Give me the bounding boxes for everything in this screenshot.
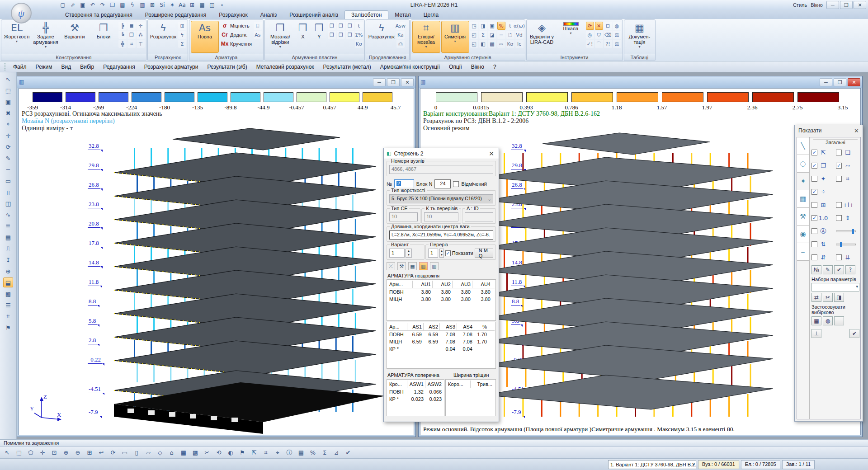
small-icon-⊟[interactable]: ⊟: [604, 22, 612, 30]
zoom-extents-icon[interactable]: ⊞: [84, 448, 95, 458]
beam-tab-icon[interactable]: ╲: [797, 137, 809, 155]
parameter-sets-combo[interactable]: [811, 283, 859, 291]
spring-icon[interactable]: ∿: [3, 210, 13, 220]
mosaic-tab-icon[interactable]: ▦: [797, 190, 809, 208]
menu-Вид[interactable]: Вид: [57, 62, 75, 71]
flag-icon[interactable]: ⚑: [3, 323, 13, 333]
select-window-icon[interactable]: ⬚: [3, 85, 13, 95]
small-icon-◪[interactable]: ◪: [488, 31, 496, 39]
style-menu[interactable]: Стиль: [793, 2, 807, 8]
pointer-icon[interactable]: ↖: [3, 74, 13, 84]
small-icon-╬[interactable]: ╬: [118, 40, 127, 48]
show-checkbox[interactable]: ✓: [445, 250, 450, 256]
menu-Редагування[interactable]: Редагування: [99, 62, 139, 71]
small-icon-◰[interactable]: ◰: [470, 31, 478, 39]
scale-button[interactable]: Шкала▾: [557, 21, 585, 53]
small-icon-%[interactable]: %: [497, 22, 505, 30]
small-icon-❒[interactable]: ❒: [346, 31, 354, 39]
view-xoz-icon[interactable]: ▭: [119, 448, 130, 458]
blank-check[interactable]: [834, 316, 844, 325]
tab-Залізобетон[interactable]: Залізобетон: [344, 10, 388, 19]
select-icon[interactable]: ↖: [2, 448, 13, 458]
small-icon-≣[interactable]: ≣: [127, 22, 136, 30]
right-building-model[interactable]: [457, 128, 800, 422]
menu-Вибір[interactable]: Вибір: [76, 62, 98, 71]
small-icon-lc[interactable]: lc: [515, 40, 524, 48]
marked-checkbox[interactable]: [453, 181, 459, 187]
triangle-icon[interactable]: ⊿: [331, 448, 342, 458]
menu-Опції[interactable]: Опції: [445, 62, 466, 71]
small-icon-⌗[interactable]: ⌗: [127, 40, 136, 48]
small-icon-Vd[interactable]: Vd: [515, 31, 524, 39]
mosaic-segments-button[interactable]: ❒Мозаїка/ відрізки▾: [266, 21, 294, 53]
small-icon-✓![interactable]: ✓!: [586, 40, 594, 48]
export-icon[interactable]: ◫: [208, 1, 216, 9]
grid-icon[interactable]: ⌗: [3, 311, 13, 321]
volume-icon[interactable]: ◫: [3, 198, 13, 208]
tab-Розрахунок[interactable]: Розрахунок: [212, 11, 254, 19]
plate-checkbox[interactable]: ✓: [836, 163, 842, 169]
symmetry-button[interactable]: ▥Симетрія▾: [441, 21, 469, 53]
small-icon-◎[interactable]: ◎: [586, 31, 594, 39]
active-variant-dropdown[interactable]: 1. Варіант 1: ДСТУ 3760-98, ДБН В.2.6-: [608, 460, 696, 469]
close-button[interactable]: ✕: [854, 1, 866, 9]
window-minimize-button[interactable]: ─: [373, 78, 386, 86]
left-canvas[interactable]: -359-314-269-224-180-135-89.8-44.9-0.457…: [19, 88, 414, 435]
hammer-tab-icon[interactable]: ⚒: [797, 207, 809, 226]
zoom-window-icon[interactable]: ⊡: [49, 448, 60, 458]
small-icon-❒[interactable]: ❒: [328, 31, 336, 39]
stiffness-type-dropdown[interactable]: 5. Брус 25 X 100 (Пілони підвалу С16/20)…: [389, 194, 493, 203]
punching-analysis-button[interactable]: ϟРозрахунок: [368, 21, 396, 53]
small-icon-Ka[interactable]: Ka: [396, 31, 405, 39]
tool-tab-icon[interactable]: ⎯: [797, 243, 809, 261]
full-reinforcement-button[interactable]: AsПовна: [191, 21, 219, 53]
render-icon[interactable]: ▩: [190, 448, 201, 458]
select-poly-icon[interactable]: ⬠: [25, 448, 36, 458]
mesh-checkbox[interactable]: [836, 176, 842, 182]
menu-Вікно[interactable]: Вікно: [467, 62, 488, 71]
app-logo[interactable]: ψ: [11, 3, 32, 24]
section-input[interactable]: 1: [428, 249, 438, 258]
net-checkbox[interactable]: [811, 202, 817, 208]
small-icon-⌒[interactable]: ⌒: [595, 40, 603, 48]
new-file-icon[interactable]: ▢: [59, 1, 67, 9]
mosaic-icon[interactable]: ▥: [430, 262, 439, 270]
diagram-icon[interactable]: ⎍: [3, 244, 13, 254]
numbering-checkbox[interactable]: [836, 202, 842, 208]
small-icon-▩[interactable]: ▩: [488, 40, 496, 48]
open-icon[interactable]: ⇗: [69, 1, 77, 9]
window-minimize-button[interactable]: ─: [820, 78, 832, 86]
info-icon[interactable]: ⓘ: [284, 448, 295, 458]
percent-icon[interactable]: %: [307, 448, 318, 458]
tab-Цегла[interactable]: Цегла: [417, 11, 445, 19]
small-icon-⏍[interactable]: ⏍: [506, 31, 514, 39]
axes-checkbox[interactable]: ✓: [811, 150, 817, 155]
left-building-model[interactable]: [87, 124, 403, 435]
cut-button[interactable]: ✂: [823, 293, 833, 302]
small-icon-▣[interactable]: ▣: [488, 22, 496, 30]
small-icon-⚖[interactable]: ⚖: [613, 31, 621, 39]
book-icon[interactable]: ▤: [118, 1, 127, 9]
small-icon-⊞[interactable]: ⊞: [178, 22, 186, 30]
result-arrows-icon[interactable]: ⤫: [387, 262, 395, 270]
small-icon-ϟ[interactable]: ϟ: [178, 31, 186, 39]
ok-button[interactable]: ✔: [849, 329, 859, 338]
additional-button[interactable]: CrДодатк.: [220, 31, 253, 39]
help-button[interactable]: ?: [845, 265, 855, 274]
variant-spinner[interactable]: ▲▼: [406, 249, 412, 258]
small-icon-❒[interactable]: ❒: [328, 22, 336, 30]
text-icon[interactable]: Aa: [178, 1, 186, 9]
tab-Розширений аналіз[interactable]: Розширений аналіз: [283, 11, 344, 19]
small-icon-Kσ[interactable]: Kσ: [506, 40, 514, 48]
mosaic-active-icon[interactable]: ▥: [419, 262, 428, 270]
apply-button[interactable]: ✔: [834, 265, 844, 274]
solid-checkbox[interactable]: ✓: [811, 163, 817, 169]
execute-icon[interactable]: ϟ: [128, 1, 137, 9]
small-icon-◱[interactable]: ◱: [470, 40, 478, 48]
window-restore-button[interactable]: ❐: [387, 78, 400, 86]
small-icon-❒[interactable]: ❒: [346, 22, 354, 30]
rotate-green-checkbox[interactable]: [811, 241, 817, 247]
tab-Метал[interactable]: Метал: [388, 11, 417, 19]
zoom-out-icon[interactable]: ⊖: [72, 448, 83, 458]
errors-bar[interactable]: Помилки та зауваження: [0, 439, 868, 446]
